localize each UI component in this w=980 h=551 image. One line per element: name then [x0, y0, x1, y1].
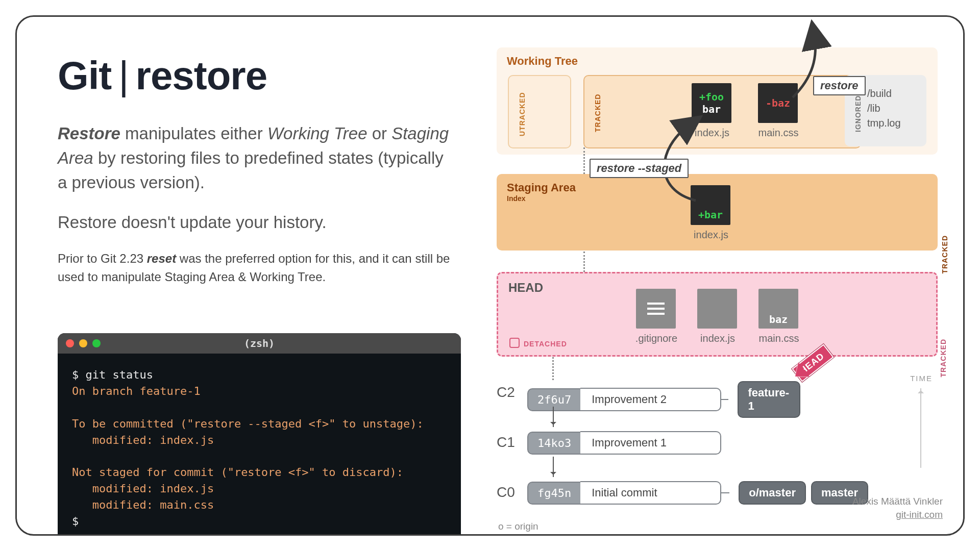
staging-subtitle: Index [507, 194, 526, 203]
ignored-label: IGNORED [854, 95, 862, 132]
lead-paragraph-1: Restore manipulates either Working Tree … [58, 121, 456, 195]
head-area: HEAD DETACHED TRACKED .gitignore index.j… [497, 272, 938, 357]
head-title: HEAD [508, 281, 543, 295]
arrow-c2-c1 [553, 407, 554, 427]
connector-head-c2 [552, 355, 554, 380]
annot-restore-staged: restore --staged [590, 159, 689, 178]
connector-staging-head [583, 252, 585, 272]
origin-legend: o = origin [498, 521, 538, 532]
file-main-css: -baz [758, 83, 798, 123]
working-tree-title: Working Tree [507, 55, 578, 68]
commit-hash: 2f6u7 [527, 388, 580, 411]
head-file-gitignore [636, 289, 676, 329]
head-file-main-css: baz [758, 289, 798, 329]
connector-wt-staging [583, 147, 585, 174]
commit-hash: 14ko3 [527, 432, 580, 455]
staging-area: Staging Area Index TRACKED +bar index.js [497, 174, 938, 251]
terminal-title-bar: (zsh) [58, 333, 461, 354]
commit-message: Improvement 1 [580, 431, 721, 455]
file-index-js-label: index.js [687, 127, 738, 139]
commit-hash: fg45n [527, 482, 580, 505]
staged-file-index-js: +bar [691, 185, 730, 225]
detached-checkbox: DETACHED [509, 338, 567, 348]
untracked-box: UTRACKED [508, 75, 571, 148]
annot-restore: restore [813, 76, 866, 95]
note-paragraph: Prior to Git 2.23 reset was the preferre… [58, 249, 456, 286]
untracked-label: UTRACKED [518, 92, 526, 136]
ignored-files: /build /lib tmp.log [867, 86, 901, 131]
credit: Alexis Määttä Vinkler git-init.com [852, 495, 943, 522]
terminal-window: (zsh) $ git status On branch feature-1 T… [58, 333, 461, 536]
staging-tracked-label: TRACKED [941, 235, 949, 273]
lead-paragraph-2: Restore doesn't update your history. [58, 210, 456, 235]
head-tracked-label: TRACKED [939, 339, 947, 377]
commit-message: Initial commit [580, 481, 721, 505]
tracked-label: TRACKED [594, 94, 602, 132]
file-index-js: +foobar [692, 83, 731, 123]
working-tree-area: Working Tree UTRACKED TRACKED +foobar in… [497, 47, 938, 155]
staging-title: Staging Area [507, 181, 576, 194]
terminal-title: (zsh) [58, 337, 461, 349]
page-title: Git|restore [58, 53, 456, 99]
staged-file-label: index.js [684, 229, 738, 241]
head-file-index-js [697, 289, 737, 329]
time-axis: TIME [902, 374, 933, 468]
commit-message: Improvement 2 [580, 388, 721, 411]
arrow-c1-c0 [553, 457, 554, 477]
file-main-css-label: main.css [752, 127, 805, 139]
branch-origin-master: o/master [739, 481, 806, 505]
branch-feature-1: feature-1 [738, 381, 800, 418]
terminal-body: $ git status On branch feature-1 To be c… [58, 354, 461, 536]
